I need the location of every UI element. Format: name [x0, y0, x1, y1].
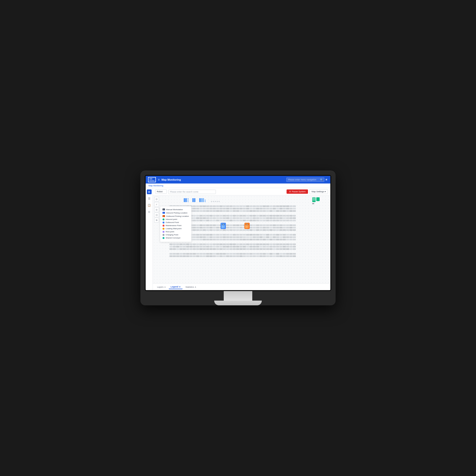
shelf-cell	[263, 210, 266, 212]
shelf-cell	[226, 220, 229, 221]
shelf-cell	[256, 241, 259, 243]
shelf-cell	[276, 248, 279, 250]
pause-system-button[interactable]: ⏸ Pause System	[287, 189, 308, 194]
shelf-cell	[220, 243, 222, 245]
shelf-cell	[189, 251, 192, 252]
sidebar-icon-map[interactable]: ⊞	[147, 189, 152, 194]
search-input[interactable]	[168, 190, 216, 194]
shelf-cell	[239, 224, 242, 226]
robot-05[interactable]: 05	[244, 223, 250, 229]
shelf-cell	[266, 251, 269, 252]
shelf-cell	[286, 217, 289, 219]
shelf-cell	[236, 234, 239, 236]
filter-dropdown[interactable]: Robot	[155, 189, 167, 194]
shelf-cell	[293, 208, 296, 209]
sidebar-icon-list[interactable]: ☰	[147, 196, 152, 201]
conveyor-dot	[187, 201, 188, 202]
shelf-cell	[283, 251, 286, 252]
layer-tool[interactable]: ◫	[154, 213, 159, 217]
shelf-cell	[220, 232, 222, 233]
shelf-cell	[276, 215, 279, 217]
shelf-cell	[226, 255, 229, 257]
shelf-cell	[206, 255, 209, 257]
shelf-cell	[279, 217, 283, 219]
robot-03[interactable]: 03	[221, 223, 226, 229]
shelf-row-18	[170, 248, 325, 250]
shelf-cell	[216, 208, 219, 209]
shelf-cell	[256, 208, 259, 209]
shelf-cell	[209, 210, 213, 212]
shelf-row-15	[170, 241, 325, 243]
nav-search-input[interactable]	[286, 178, 324, 182]
map-grid[interactable]: 04 // This will be populated by JS below	[153, 195, 330, 284]
shelf-cell	[213, 215, 216, 217]
shelf-cell	[249, 236, 253, 238]
shelf-cell	[220, 234, 222, 236]
copy-tool[interactable]: ⧉	[154, 218, 159, 222]
locate-tool[interactable]: ◎	[154, 207, 159, 212]
shelf-cell	[289, 205, 292, 207]
shelf-cell	[233, 224, 236, 226]
shelf-cell	[226, 210, 229, 212]
search-wrapper	[168, 189, 285, 194]
shelf-cell	[193, 243, 196, 245]
sidebar-icon-report[interactable]: 📋	[147, 203, 152, 207]
shelf-cell	[276, 239, 279, 240]
shelf-cell	[209, 234, 213, 236]
shelf-cell	[243, 232, 246, 233]
hamburger-icon[interactable]: ≡	[158, 178, 159, 181]
shelf-cell	[236, 208, 239, 209]
legend-item-shared-conveyor: Shared Conveyor	[163, 237, 189, 239]
shelf-cell	[259, 229, 262, 231]
shelf-cell	[223, 205, 226, 207]
shelf-cell	[263, 255, 266, 257]
shelf-cell	[270, 208, 272, 209]
shelf-cell	[253, 222, 256, 224]
shelf-cell	[216, 205, 219, 207]
shelf-cell	[266, 241, 269, 243]
shelf-cell	[216, 253, 219, 255]
fullscreen-tool[interactable]: ⤢	[154, 202, 159, 207]
shelf-cell	[293, 222, 296, 224]
shelf-cell	[270, 229, 272, 231]
legend-label: Inbound Picking Location	[166, 212, 187, 214]
shelf-cell	[243, 241, 246, 243]
shelf-cell	[220, 208, 222, 209]
shelf-cell	[220, 255, 222, 257]
shelf-row-6	[170, 220, 325, 221]
shelf-cell	[226, 239, 229, 240]
shelf-cell	[293, 215, 296, 217]
shelf-cell	[223, 208, 226, 209]
tab-legend[interactable]: Legend ∨	[169, 285, 183, 289]
shelf-cell	[286, 234, 289, 236]
shelf-cell	[206, 236, 209, 238]
shelf-cell	[236, 255, 239, 257]
shelf-cell	[189, 246, 192, 248]
tab-layers[interactable]: Layers ∧	[155, 285, 168, 289]
shelf-cell	[209, 232, 213, 233]
shelf-cell	[226, 224, 229, 226]
shelf-cell	[209, 229, 213, 231]
shelf-cell	[270, 253, 272, 255]
shelf-cell	[229, 222, 233, 224]
shelf-cell	[233, 232, 236, 233]
shelf-cell	[283, 243, 286, 245]
sidebar-icon-settings[interactable]: ⊙	[147, 209, 152, 214]
shelf-cell	[289, 217, 292, 219]
theme-toggle-icon[interactable]: ☀	[325, 178, 328, 182]
shelf-cell	[233, 255, 236, 257]
shelf-cell	[289, 234, 292, 236]
shelf-cell	[193, 251, 196, 252]
tab-statistics[interactable]: Statistics ∧	[184, 285, 198, 289]
shelf-cell	[263, 224, 266, 226]
shelf-cell	[203, 241, 206, 243]
shelf-cell	[220, 213, 222, 214]
shelf-cell	[293, 251, 296, 252]
shelf-cell	[246, 234, 249, 236]
shelf-cell	[213, 239, 216, 240]
map-settings-button[interactable]: Map Settings ▾	[309, 189, 328, 194]
shelf-row	[312, 200, 315, 201]
shelf-cell	[276, 241, 279, 243]
shelf-cell	[229, 239, 233, 240]
screenshot-tool[interactable]: ⊡	[154, 197, 159, 202]
